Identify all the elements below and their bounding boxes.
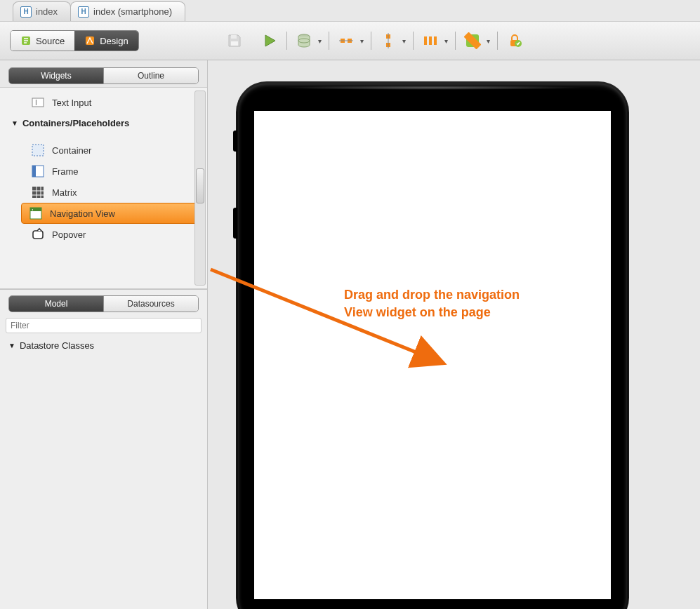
widget-text-input[interactable]: I Text Input	[0, 92, 207, 113]
database-icon[interactable]	[294, 31, 314, 51]
navigation-view-icon	[29, 206, 43, 220]
file-tab-strip: H index H index (smartphone)	[0, 0, 700, 21]
source-icon	[20, 35, 32, 46]
align-horizontal-icon[interactable]	[336, 31, 356, 51]
file-tab-label: index	[36, 6, 58, 17]
html-file-icon: H	[78, 6, 89, 18]
tab-outline[interactable]: Outline	[103, 68, 198, 83]
design-canvas[interactable]	[208, 60, 700, 609]
widget-frame[interactable]: Frame	[0, 161, 207, 182]
source-label: Source	[36, 36, 65, 46]
widget-label: Matrix	[52, 187, 77, 198]
svg-rect-2	[231, 35, 237, 39]
model-panel: Model Datasources ▼ Datastore Classes	[0, 290, 207, 609]
svg-rect-26	[33, 231, 43, 239]
chevron-down-icon[interactable]: ▾	[444, 37, 448, 45]
frame-icon	[31, 164, 45, 178]
model-datasources-tabs: Model Datasources	[8, 295, 199, 312]
chevron-down-icon[interactable]: ▾	[402, 37, 406, 45]
source-view-button[interactable]: Source	[11, 31, 74, 51]
svg-rect-22	[32, 166, 36, 177]
svg-rect-12	[424, 36, 427, 45]
svg-rect-25	[30, 208, 41, 211]
widgets-panel: Widgets Outline I Text Input ▼ Container…	[0, 60, 207, 290]
widgets-outline-tabs: Widgets Outline	[8, 67, 199, 84]
design-icon	[84, 35, 95, 46]
section-containers-placeholders[interactable]: ▼ Containers/Placeholders	[0, 113, 207, 133]
smartphone-device-frame	[236, 81, 629, 609]
lock-icon[interactable]	[505, 31, 524, 51]
widget-label: Container	[52, 145, 91, 156]
file-tab-label: index (smartphone)	[93, 6, 172, 17]
device-screen[interactable]	[254, 111, 611, 599]
matrix-icon	[31, 185, 45, 199]
popover-icon	[31, 227, 45, 241]
svg-rect-18	[32, 98, 44, 107]
scrollbar-thumb[interactable]	[196, 168, 204, 203]
save-icon[interactable]	[225, 31, 244, 51]
svg-rect-3	[231, 41, 238, 46]
widget-popover[interactable]: Popover	[0, 224, 207, 245]
tab-model[interactable]: Model	[9, 296, 103, 312]
section-label: Containers/Placeholders	[22, 118, 129, 128]
svg-rect-20	[32, 145, 44, 156]
design-label: Design	[100, 36, 128, 46]
widget-container[interactable]: Container	[0, 140, 207, 161]
file-tab-index[interactable]: H index	[13, 1, 71, 21]
widget-list-scroll: I Text Input ▼ Containers/Placeholders C	[0, 87, 207, 289]
text-input-icon: I	[31, 95, 45, 109]
file-tab-index-smartphone[interactable]: H index (smartphone)	[70, 1, 185, 21]
view-mode-toggle: Source Design	[10, 30, 139, 51]
filter-input[interactable]	[6, 318, 202, 333]
widget-matrix[interactable]: Matrix	[0, 182, 207, 203]
widget-navigation-view[interactable]: Navigation View	[21, 203, 200, 224]
run-icon[interactable]	[260, 31, 279, 51]
svg-rect-14	[434, 36, 437, 45]
main-toolbar: Source Design ▾ ▾ ▾	[0, 21, 700, 60]
distribute-icon[interactable]	[421, 31, 440, 51]
disclosure-triangle-icon: ▼	[11, 119, 18, 127]
chevron-down-icon[interactable]: ▾	[360, 37, 364, 45]
container-icon	[31, 143, 45, 157]
theme-icon[interactable]	[463, 31, 482, 51]
chevron-down-icon[interactable]: ▾	[318, 37, 322, 45]
tab-datasources[interactable]: Datasources	[103, 296, 198, 312]
svg-text:I: I	[35, 99, 37, 107]
svg-rect-13	[429, 36, 432, 45]
left-sidebar: Widgets Outline I Text Input ▼ Container…	[0, 60, 208, 609]
widget-label: Text Input	[52, 98, 91, 108]
widget-label: Navigation View	[50, 208, 115, 219]
widget-label: Popover	[52, 229, 86, 240]
widget-scrollbar[interactable]	[194, 91, 206, 286]
disclosure-triangle-icon: ▼	[8, 342, 15, 349]
html-file-icon: H	[20, 6, 32, 18]
widget-label: Frame	[52, 166, 79, 177]
svg-rect-23	[32, 187, 44, 198]
tab-widgets[interactable]: Widgets	[9, 68, 103, 83]
tree-root-label: Datastore Classes	[20, 340, 94, 351]
tree-datastore-classes[interactable]: ▼ Datastore Classes	[0, 336, 207, 355]
chevron-down-icon[interactable]: ▾	[487, 37, 490, 45]
design-view-button[interactable]: Design	[74, 31, 138, 51]
align-vertical-icon[interactable]	[378, 31, 398, 51]
